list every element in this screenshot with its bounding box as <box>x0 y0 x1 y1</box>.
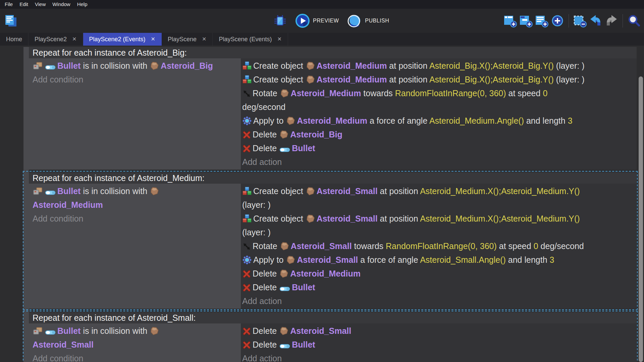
object-name: Bullet <box>57 326 80 336</box>
text-segment: towards <box>352 241 386 251</box>
menu-item-window[interactable]: Window <box>49 0 73 9</box>
action-row[interactable]: Create object Asteroid_Small at position… <box>242 184 634 212</box>
text-segment: at speed <box>497 241 534 251</box>
tab-label: PlayScene2 (Events) <box>89 36 146 43</box>
text-segment: Delete <box>253 340 279 349</box>
action-row[interactable]: Create object Asteroid_Medium at positio… <box>242 73 634 86</box>
event-body: Bullet is in collision with Asteroid_Med… <box>29 184 637 309</box>
asteroid-icon <box>286 255 295 264</box>
publish-button[interactable]: PUBLISH <box>347 14 389 28</box>
events-sheet: Repeat for each instance of Asteroid_Big… <box>0 46 644 362</box>
undo-icon <box>589 14 602 27</box>
close-icon[interactable]: ✕ <box>202 37 206 42</box>
action-row[interactable]: Apply to Asteroid_Small a force of angle… <box>242 253 634 267</box>
object-name: Asteroid_Medium <box>290 269 361 278</box>
close-icon[interactable]: ✕ <box>277 37 282 42</box>
debugger-button[interactable] <box>273 14 287 27</box>
close-icon[interactable]: ✕ <box>151 37 155 42</box>
publish-label: PUBLISH <box>365 18 389 24</box>
project-manager-button[interactable] <box>4 14 17 27</box>
event-block[interactable]: Repeat for each instance of Asteroid_Big… <box>23 47 637 170</box>
undo-button[interactable] <box>589 14 602 27</box>
menu-item-file[interactable]: File <box>1 0 16 9</box>
object-name: Asteroid_Big <box>290 130 342 139</box>
add-action-button[interactable]: Add action <box>242 155 634 169</box>
add-condition-button[interactable]: Add condition <box>33 352 238 362</box>
bullet-icon <box>45 64 56 70</box>
action-row[interactable]: Rotate Asteroid_Medium towards RandomFlo… <box>242 86 634 114</box>
add-comment-button[interactable] <box>535 14 548 27</box>
event-body: Bullet is in collision with Asteroid_Sma… <box>29 323 637 362</box>
tab-playscene-events[interactable]: PlayScene (Events)✕ <box>213 33 288 46</box>
add-circle-button[interactable] <box>551 14 564 27</box>
debugger-icon <box>273 14 287 27</box>
tab-playscene2-events[interactable]: PlayScene2 (Events)✕ <box>83 33 162 46</box>
delete-icon <box>243 341 251 349</box>
asteroid-icon <box>279 326 288 336</box>
text-segment: at position <box>387 61 429 70</box>
text-segment: and length <box>506 255 550 264</box>
action-row[interactable]: Create object Asteroid_Small at position… <box>242 212 634 239</box>
action-row[interactable]: Create object Asteroid_Medium at positio… <box>242 59 634 73</box>
bullet-icon <box>45 329 56 336</box>
object-name: Asteroid_Medium <box>317 61 387 70</box>
add-condition-button[interactable]: Add condition <box>33 73 238 86</box>
event-header[interactable]: Repeat for each instance of Asteroid_Big… <box>29 47 637 58</box>
condition-row[interactable]: Bullet is in collision with Asteroid_Sma… <box>33 324 238 352</box>
add-event-button[interactable] <box>503 14 517 27</box>
preview-button[interactable]: PREVIEW <box>296 14 339 28</box>
action-row[interactable]: Delete Asteroid_Small <box>242 324 634 338</box>
event-drag-handle[interactable] <box>23 47 29 170</box>
action-row[interactable]: Delete Bullet <box>242 141 634 155</box>
add-action-button[interactable]: Add action <box>242 352 634 362</box>
menu-item-help[interactable]: Help <box>74 0 91 9</box>
event-block[interactable]: Repeat for each instance of Asteroid_Med… <box>23 172 637 309</box>
event-drag-handle[interactable] <box>23 172 29 309</box>
action-row[interactable]: Rotate Asteroid_Small towards RandomFloa… <box>242 239 634 253</box>
asteroid-icon <box>306 187 315 196</box>
text-segment: and length <box>524 116 568 125</box>
event-drag-handle[interactable] <box>23 312 29 362</box>
text-segment: Delete <box>253 269 279 278</box>
object-name: Asteroid_Medium <box>297 116 367 125</box>
tab-playscene[interactable]: PlayScene✕ <box>162 33 213 46</box>
expression: 3 <box>568 116 573 125</box>
add-condition-button[interactable]: Add condition <box>33 212 238 226</box>
event-block[interactable]: Repeat for each instance of Asteroid_Sma… <box>23 312 637 362</box>
action-row[interactable]: Delete Bullet <box>242 338 634 352</box>
object-name: Bullet <box>292 283 315 292</box>
condition-row[interactable]: Bullet is in collision with Asteroid_Med… <box>33 184 238 212</box>
search-button[interactable] <box>627 14 641 27</box>
asteroid-icon <box>150 187 159 196</box>
condition-row[interactable]: Bullet is in collision with Asteroid_Big <box>33 59 238 73</box>
tab-home[interactable]: Home <box>0 33 29 46</box>
close-icon[interactable]: ✕ <box>72 37 76 42</box>
event-header[interactable]: Repeat for each instance of Asteroid_Sma… <box>29 312 637 323</box>
text-segment: is in collision with <box>80 326 150 336</box>
asteroid-icon <box>306 61 315 70</box>
object-name: Asteroid_Small <box>291 241 352 251</box>
menu-item-view[interactable]: View <box>32 0 49 9</box>
vertical-scrollbar[interactable] <box>639 76 643 362</box>
text-segment: at speed <box>506 88 543 98</box>
bullet-icon <box>279 286 290 292</box>
text-segment: (layer: ) <box>554 61 585 70</box>
action-row[interactable]: Apply to Asteroid_Medium a force of angl… <box>242 114 634 128</box>
object-name: Bullet <box>57 186 80 196</box>
action-row[interactable]: Delete Asteroid_Big <box>242 128 634 141</box>
delete-icon <box>243 144 251 153</box>
action-row[interactable]: Delete Bullet <box>242 281 634 294</box>
action-row[interactable]: Delete Asteroid_Medium <box>242 267 634 281</box>
tab-playscene2[interactable]: PlayScene2✕ <box>29 33 83 46</box>
add-subevent-button[interactable] <box>519 14 533 27</box>
project-manager-icon <box>4 14 17 27</box>
add-event-icon <box>503 14 517 27</box>
add-action-button[interactable]: Add action <box>242 294 634 308</box>
object-name: Asteroid_Big <box>161 61 213 70</box>
remove-selection-button[interactable] <box>573 14 587 27</box>
object-name: Asteroid_Medium <box>33 200 103 209</box>
menu-item-edit[interactable]: Edit <box>16 0 32 9</box>
expression: Asteroid_Big.X();Asteroid_Big.Y() <box>429 75 554 84</box>
redo-button[interactable] <box>605 14 618 27</box>
event-header[interactable]: Repeat for each instance of Asteroid_Med… <box>29 172 637 184</box>
